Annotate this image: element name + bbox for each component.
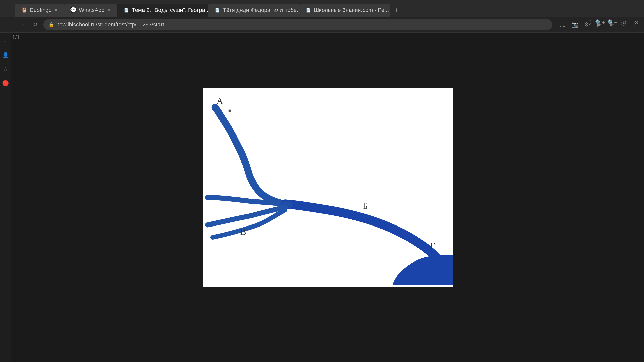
page-counter: 1/1 — [12, 34, 20, 41]
tab-tea[interactable]: 📄 Тётя дяди Фёдора, или побе... ✕ — [208, 4, 299, 17]
pdf-zoom-in-button[interactable]: 🔍+ — [595, 18, 605, 28]
security-lock-icon: 🔒 — [48, 22, 54, 27]
address-bar[interactable]: 🔒 new.iblschool.ru/student/test/ctp/1029… — [43, 19, 552, 30]
sidebar-back-icon[interactable]: ← — [1, 37, 10, 46]
tab-geo[interactable]: 📄 Тема 2. "Воды суши". Геогра... ✕ — [117, 4, 208, 17]
tab-school[interactable]: 📄 Школьные Знания.com - Ре... ✕ — [299, 4, 390, 17]
content-area: А Б В Г — [11, 33, 644, 362]
geo-favicon-icon: 📄 — [123, 7, 129, 13]
tab-duolingo-close[interactable]: ✕ — [54, 7, 58, 13]
tab-whatsapp-label: WhatsApp — [79, 7, 105, 13]
svg-text:В: В — [240, 227, 246, 237]
duolingo-favicon-icon: 🦉 — [21, 7, 27, 13]
tea-favicon-icon: 📄 — [214, 7, 220, 13]
svg-point-6 — [280, 201, 293, 209]
pdf-zoom-out-button[interactable]: 🔍− — [607, 18, 617, 28]
tab-whatsapp-close[interactable]: ✕ — [107, 7, 111, 13]
svg-text:Г: Г — [430, 241, 435, 251]
sidebar-bookmark-icon[interactable]: ☆ — [1, 65, 10, 74]
tab-geo-label: Тема 2. "Воды суши". Геогра... — [132, 7, 208, 13]
svg-point-2 — [228, 109, 231, 112]
expand-icon[interactable]: ⛶ — [557, 20, 568, 30]
back-button[interactable]: ← — [4, 20, 14, 30]
sidebar: ← 👤 ☆ 🔴 — [0, 33, 11, 362]
river-diagram: А Б В Г — [203, 88, 453, 287]
sidebar-profile-icon[interactable]: 👤 — [1, 51, 10, 60]
sidebar-alert-icon[interactable]: 🔴 — [1, 79, 10, 88]
new-tab-button[interactable]: + — [390, 4, 403, 17]
reload-button[interactable]: ↻ — [30, 20, 40, 30]
whatsapp-favicon-icon: 💬 — [70, 7, 76, 13]
tab-bar: 🦉 Duolingo ✕ 💬 WhatsApp ✕ 📄 Тема 2. "Вод… — [0, 0, 644, 17]
screenshot-icon[interactable]: 📷 — [570, 20, 580, 30]
tab-duolingo-label: Duolingo — [30, 7, 52, 13]
tab-tea-label: Тётя дяди Фёдора, или побе... — [223, 7, 299, 13]
pdf-toolbar: ⛶ 🔍+ 🔍− ↺ ✕ — [583, 18, 641, 28]
svg-text:Б: Б — [363, 201, 368, 211]
svg-rect-0 — [203, 90, 453, 285]
browser-window: 🦉 Duolingo ✕ 💬 WhatsApp ✕ 📄 Тема 2. "Вод… — [0, 0, 644, 362]
diagram-container: А Б В Г — [203, 88, 453, 287]
nav-bar: ← → ↻ 🔒 new.iblschool.ru/student/test/ct… — [0, 17, 644, 33]
tab-school-label: Школьные Знания.com - Ре... — [314, 7, 389, 13]
tab-duolingo[interactable]: 🦉 Duolingo ✕ — [15, 4, 64, 17]
pdf-expand-button[interactable]: ⛶ — [583, 18, 593, 28]
pdf-close-button[interactable]: ✕ — [631, 18, 641, 28]
school-favicon-icon: 📄 — [305, 7, 311, 13]
tab-whatsapp[interactable]: 💬 WhatsApp ✕ — [64, 4, 117, 17]
url-text: new.iblschool.ru/student/test/ctp/10293/… — [56, 21, 164, 28]
pdf-reset-button[interactable]: ↺ — [619, 18, 629, 28]
svg-text:А: А — [217, 96, 223, 106]
forward-button[interactable]: → — [17, 20, 27, 30]
